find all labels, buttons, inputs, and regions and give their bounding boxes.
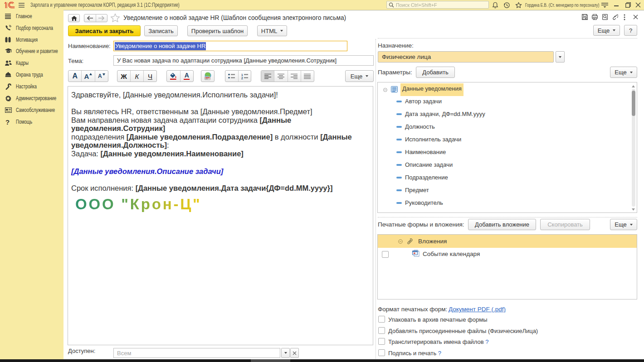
svg-text:2: 2 — [241, 76, 243, 79]
